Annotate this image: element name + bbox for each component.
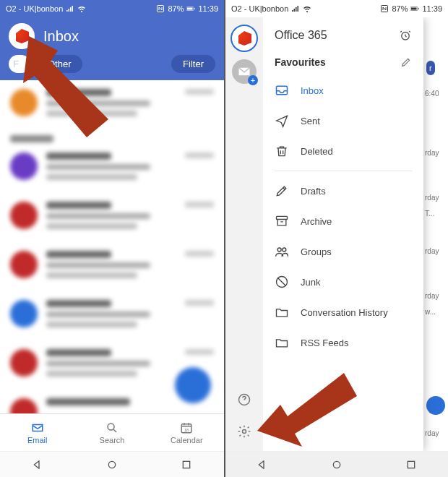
svg-point-7 <box>108 461 115 468</box>
favourites-label: Favourites <box>275 56 326 68</box>
drafts-icon <box>275 184 289 198</box>
search-icon <box>105 421 119 434</box>
status-bar: O2 - UK|bonbon 87% 11:39 <box>225 0 448 17</box>
inbox-icon <box>275 83 289 98</box>
help-icon <box>237 392 251 407</box>
folder-archive[interactable]: Archive <box>263 206 423 236</box>
battery-icon <box>186 4 195 13</box>
inbox-header: O2 - UK|bonbon 87% 11:39 Inbox F Other F… <box>0 0 224 80</box>
carrier-label: O2 - UK|bonbon <box>6 4 63 13</box>
svg-rect-13 <box>418 8 419 9</box>
back-icon[interactable] <box>32 459 43 470</box>
home-icon[interactable] <box>331 459 343 470</box>
svg-rect-3 <box>194 8 195 9</box>
navigation-drawer: + Office 365 Favourites Inbox <box>225 17 423 451</box>
office-logo-icon <box>14 29 29 43</box>
nav-email[interactable]: Email <box>0 414 74 451</box>
system-nav <box>225 451 448 477</box>
folder-icon <box>275 305 289 319</box>
account-rail: + <box>225 17 263 451</box>
inbox-peek: r 6:40 rday rday T... rday rday w... rda… <box>423 17 448 451</box>
recents-icon[interactable] <box>405 459 417 470</box>
gear-icon <box>237 424 251 439</box>
settings-button[interactable] <box>232 419 257 444</box>
folder-list: Office 365 Favourites Inbox Sent Deleted <box>263 17 423 451</box>
wifi-icon <box>77 4 86 13</box>
add-account-button[interactable]: + <box>232 59 257 84</box>
signal-icon <box>66 4 74 13</box>
list-item[interactable] <box>0 144 224 193</box>
battery-label: 87% <box>168 4 184 13</box>
folder-deleted[interactable]: Deleted <box>263 136 423 166</box>
alarm-icon[interactable] <box>399 29 412 42</box>
archive-icon <box>275 214 289 228</box>
nav-search[interactable]: Search <box>74 414 149 451</box>
svg-point-22 <box>333 461 340 468</box>
junk-icon <box>275 275 289 289</box>
bottom-nav: Email Search 18 Calendar <box>0 413 224 451</box>
back-icon[interactable] <box>257 459 268 470</box>
account-name: Office 365 <box>275 29 327 42</box>
office-logo-icon <box>237 31 251 46</box>
folder-sent[interactable]: Sent <box>263 106 423 136</box>
email-icon <box>30 421 45 434</box>
svg-rect-18 <box>277 216 288 219</box>
svg-rect-2 <box>187 8 193 10</box>
status-bar: O2 - UK|bonbon 87% 11:39 <box>0 0 224 17</box>
folder-conversation-history[interactable]: Conversation History <box>263 297 423 327</box>
folder-groups[interactable]: Groups <box>263 236 423 267</box>
help-button[interactable] <box>232 387 257 412</box>
home-icon[interactable] <box>106 459 118 470</box>
svg-point-20 <box>283 248 286 252</box>
trash-icon <box>275 144 289 158</box>
plus-icon: + <box>248 75 258 85</box>
recents-icon[interactable] <box>181 459 192 470</box>
system-nav <box>0 451 224 477</box>
folder-rss[interactable]: RSS Feeds <box>263 327 423 358</box>
wifi-icon <box>303 4 311 13</box>
nfc-icon <box>156 4 165 13</box>
tab-other[interactable]: Other <box>36 55 83 73</box>
svg-rect-8 <box>184 461 190 468</box>
list-item[interactable] <box>0 291 224 340</box>
battery-icon <box>410 4 419 13</box>
svg-text:18: 18 <box>184 427 189 431</box>
list-item[interactable] <box>0 80 224 129</box>
email-list[interactable] <box>0 80 224 413</box>
edit-icon[interactable] <box>400 56 412 68</box>
folder-junk[interactable]: Junk <box>263 267 423 297</box>
filter-button[interactable]: Filter <box>171 55 215 73</box>
nav-calendar[interactable]: 18 Calendar <box>150 414 224 451</box>
folder-icon <box>275 335 289 350</box>
compose-fab[interactable] <box>175 367 211 403</box>
battery-label: 87% <box>392 4 408 13</box>
phone-right-drawer: O2 - UK|bonbon 87% 11:39 r 6:40 rday rda… <box>224 0 448 477</box>
page-title: Inbox <box>43 28 79 45</box>
nfc-icon <box>380 4 389 13</box>
svg-point-15 <box>243 430 246 434</box>
list-item[interactable] <box>0 242 224 291</box>
time-label: 11:39 <box>422 4 442 13</box>
list-item[interactable] <box>0 193 224 242</box>
svg-rect-12 <box>411 8 417 10</box>
time-label: 11:39 <box>198 4 218 13</box>
compose-fab-peek[interactable] <box>426 396 445 415</box>
carrier-label: O2 - UK|bonbon <box>231 4 288 13</box>
folder-inbox[interactable]: Inbox <box>263 75 423 106</box>
account-avatar[interactable] <box>231 25 258 52</box>
signal-icon <box>291 4 300 13</box>
svg-rect-23 <box>408 461 414 468</box>
sent-icon <box>275 113 289 128</box>
phone-left-inbox: O2 - UK|bonbon 87% 11:39 Inbox F Other F… <box>0 0 224 477</box>
groups-icon <box>275 244 289 259</box>
tab-focused[interactable]: F <box>9 55 30 73</box>
filter-button-peek[interactable]: r <box>426 61 435 75</box>
account-avatar-button[interactable] <box>9 23 35 49</box>
svg-point-19 <box>277 248 281 252</box>
envelope-icon <box>238 66 251 77</box>
folder-drafts[interactable]: Drafts <box>263 176 423 206</box>
calendar-icon: 18 <box>179 421 194 434</box>
svg-point-4 <box>108 424 114 430</box>
